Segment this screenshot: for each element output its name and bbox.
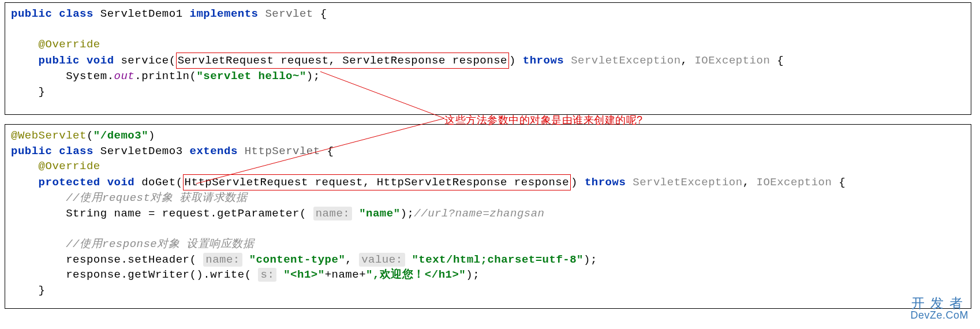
params-highlighted: ServletRequest request, ServletResponse …: [176, 53, 509, 69]
annotation-webservlet: @WebServlet: [11, 129, 87, 142]
brace: {: [320, 145, 334, 158]
kw-void: void: [107, 176, 135, 189]
brace: {: [832, 176, 846, 189]
paren: (: [87, 129, 93, 142]
iface: Servlet: [265, 8, 313, 20]
code-block-1: public class ServletDemo1 implements Ser…: [5, 2, 971, 115]
comma: ,: [681, 54, 688, 67]
brace: }: [39, 85, 46, 98]
string: "<h1>": [283, 268, 324, 281]
exception: ServletException: [633, 176, 742, 189]
string: ",欢迎您！</h1>": [366, 268, 466, 281]
code: response.getWriter().write(: [66, 268, 251, 281]
code: .println(: [134, 70, 196, 83]
kw-void: void: [87, 54, 114, 67]
watermark: 开发者 DevZe.CoM: [910, 296, 968, 321]
code: response.setHeader(: [66, 253, 196, 266]
brace: }: [39, 284, 46, 297]
paren: (: [169, 54, 176, 67]
paren: (: [176, 176, 183, 189]
comment: //使用request对象 获取请求数据: [66, 192, 247, 204]
watermark-en: DevZe.CoM: [910, 310, 968, 321]
classname: ServletDemo3: [100, 145, 183, 158]
comment: //url?name=zhangsan: [414, 207, 544, 220]
classname: ServletDemo1: [100, 8, 183, 20]
brace: {: [770, 54, 784, 67]
string: "servlet hello~": [196, 70, 306, 83]
watermark-cn: 开发者: [910, 296, 968, 310]
code: +name+: [325, 268, 366, 281]
kw-throws: throws: [523, 54, 564, 67]
string: "name": [359, 207, 400, 220]
code-pre-1: public class ServletDemo1 implements Ser…: [11, 6, 965, 100]
comma: ,: [743, 176, 750, 189]
params-highlighted: HttpServletRequest request, HttpServletR…: [183, 174, 571, 191]
param-hint: name:: [313, 207, 353, 220]
code: );: [583, 253, 597, 266]
kw-public: public: [11, 8, 52, 20]
paren: ): [509, 54, 516, 67]
code: );: [401, 207, 414, 220]
comma: ,: [345, 253, 352, 266]
method: service: [121, 54, 169, 67]
param-hint: s:: [258, 268, 276, 282]
string: "text/html;charset=utf-8": [412, 253, 583, 266]
string: "content-type": [249, 253, 346, 266]
kw-throws: throws: [585, 176, 626, 189]
code: System.: [66, 70, 114, 83]
code-pre-2: @WebServlet("/demo3") public class Servl…: [11, 128, 965, 298]
paren: ): [148, 129, 155, 142]
field-out: out: [114, 70, 135, 83]
method: doGet: [141, 176, 176, 189]
kw-class: class: [59, 145, 93, 158]
kw-implements: implements: [189, 8, 258, 20]
code-block-2: @WebServlet("/demo3") public class Servl…: [5, 124, 971, 309]
annotation-text: 这些方法参数中的对象是由谁来创建的呢?: [444, 113, 643, 127]
code: );: [466, 268, 480, 281]
string: "/demo3": [93, 129, 148, 142]
annotation-override: @Override: [39, 38, 100, 51]
param-hint: value:: [359, 253, 405, 267]
code: );: [306, 70, 320, 83]
kw-public: public: [11, 145, 52, 158]
param-hint: name:: [203, 253, 242, 267]
kw-extends: extends: [189, 145, 237, 158]
code: String name = request.getParameter(: [66, 207, 306, 220]
kw-public: public: [39, 54, 80, 67]
kw-class: class: [59, 8, 93, 20]
exception: ServletException: [571, 54, 680, 67]
exception: IOException: [694, 54, 770, 67]
kw-protected: protected: [39, 176, 100, 189]
superclass: HttpServlet: [245, 145, 320, 158]
comment: //使用response对象 设置响应数据: [66, 238, 254, 251]
annotation-override: @Override: [39, 160, 100, 173]
paren: ): [571, 176, 578, 189]
exception: IOException: [756, 176, 832, 189]
brace: {: [313, 8, 327, 20]
